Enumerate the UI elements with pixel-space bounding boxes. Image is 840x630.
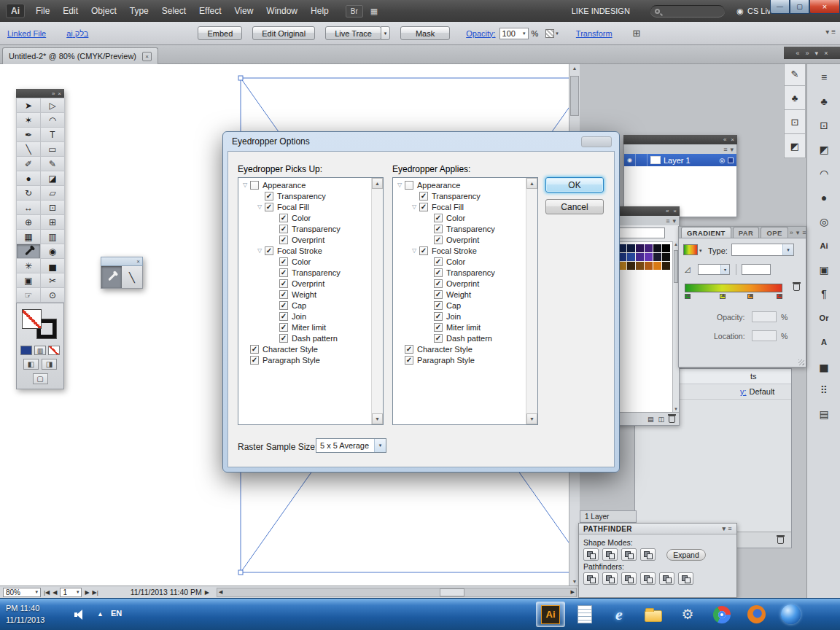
tree-item-miter-limit[interactable]: ✓Miter limit <box>394 322 524 332</box>
visibility-toggle[interactable]: ◉ <box>624 154 636 166</box>
tree-item-character-style[interactable]: ✓Character Style <box>394 343 524 354</box>
checkbox[interactable]: ✓ <box>419 203 428 211</box>
chevron-down-icon[interactable]: ▾ <box>730 146 734 153</box>
tree-item-weight[interactable]: ✓Weight <box>240 289 370 300</box>
screen-mode-button[interactable]: ▢ <box>33 373 48 384</box>
zoom-level-select[interactable]: 80% ▾ <box>3 588 41 597</box>
expander-icon[interactable]: ▽ <box>254 203 265 210</box>
rectangle-tool[interactable]: ▭ <box>40 141 65 157</box>
links-panel-icon[interactable]: ▤ <box>807 402 840 426</box>
tree-item-color[interactable]: ✓Color <box>394 256 524 267</box>
menu-item-type[interactable]: Type <box>123 0 155 22</box>
list-scrollbar[interactable]: ▲ ▼ <box>371 178 383 424</box>
symbols-panel-icon[interactable]: ♣ <box>807 89 840 113</box>
eyedropper-applies-list[interactable]: ▽Appearance✓Transparency▽✓Focal Fill✓Col… <box>392 177 538 425</box>
scroll-down-icon[interactable]: ▼ <box>674 407 678 411</box>
shape-mode-minus-front-button[interactable] <box>602 548 618 561</box>
checkbox[interactable]: ✓ <box>265 192 273 201</box>
tree-item-overprint[interactable]: ✓Overprint <box>240 234 370 245</box>
gradient-stop[interactable] <box>685 294 691 299</box>
swatch[interactable] <box>662 244 670 252</box>
scroll-left-icon[interactable]: ◀ <box>219 589 222 595</box>
layers-tab-strip[interactable]: ≡ ▾ <box>623 144 737 154</box>
swatch[interactable] <box>645 244 653 252</box>
checkbox[interactable]: ✓ <box>279 214 288 222</box>
scroll-down-icon[interactable]: ▼ <box>372 413 383 424</box>
taskbar-item-notepad[interactable] <box>570 602 599 627</box>
menu-item-file[interactable]: File <box>29 0 56 22</box>
scroll-up-icon[interactable]: ▲ <box>569 66 580 71</box>
none-button[interactable] <box>48 346 60 355</box>
tree-item-color[interactable]: ✓Color <box>240 256 370 267</box>
expand-right-icon[interactable]: » <box>790 229 793 236</box>
character-panel-icon[interactable]: A <box>807 330 840 354</box>
embed-button[interactable]: Embed <box>198 26 242 40</box>
paintbrush-tool[interactable]: ✐ <box>16 156 41 171</box>
gradient-opacity-field[interactable] <box>752 311 777 322</box>
menu-item-edit[interactable]: Edit <box>56 0 85 22</box>
dock-collapse-header[interactable]: « » ▾ × <box>784 47 840 59</box>
transform-panel-icon[interactable]: ◩ <box>807 137 840 161</box>
first-page-button[interactable]: |◀ <box>44 589 50 596</box>
checkbox[interactable]: ✓ <box>279 279 288 288</box>
new-swatch-icon[interactable]: ◫ <box>658 416 664 423</box>
rotate-tool[interactable]: ↻ <box>16 185 41 201</box>
filename-link[interactable]: בלק.ai <box>66 29 88 38</box>
checkbox[interactable]: ✓ <box>250 345 259 354</box>
checkbox[interactable]: ✓ <box>434 257 443 266</box>
tree-item-cap[interactable]: ✓Cap <box>394 300 524 311</box>
expand-right-icon[interactable]: » <box>806 50 809 57</box>
gradient-location-field[interactable] <box>752 330 777 341</box>
swatches-panel-icon[interactable]: ⠿ <box>807 378 840 402</box>
swatch[interactable] <box>636 244 644 252</box>
ok-button[interactable]: OK <box>545 177 604 192</box>
tree-item-paragraph-style[interactable]: ✓Paragraph Style <box>394 354 524 365</box>
expander-icon[interactable]: ▽ <box>409 247 419 254</box>
tree-item-focal-stroke[interactable]: ▽✓Focal Stroke <box>240 245 370 256</box>
pathfinder-outline-button[interactable] <box>659 572 674 585</box>
bridge-button[interactable]: Br <box>346 5 363 18</box>
tab-gradient[interactable]: GRADIENT <box>681 227 731 238</box>
shape-builder-tool[interactable]: ⊕ <box>16 214 41 230</box>
gradient-stop[interactable] <box>720 294 726 299</box>
swatch[interactable] <box>636 253 644 261</box>
direct-selection-tool[interactable]: ▷ <box>40 98 65 113</box>
show-swatch-kinds-icon[interactable]: ▤ <box>648 416 654 423</box>
frame-icon[interactable]: ⊡ <box>784 109 806 134</box>
chevron-down-icon[interactable]: ▾ <box>796 229 800 236</box>
checkbox[interactable]: ✓ <box>405 356 413 365</box>
raster-sample-size-select[interactable]: 5 x 5 Average ▾ <box>316 438 386 453</box>
width-tool[interactable]: ↔ <box>16 200 41 215</box>
checkbox[interactable]: ✓ <box>265 203 273 211</box>
chevron-down-icon[interactable]: ▾ <box>722 525 726 532</box>
scroll-right-icon[interactable]: ▶ <box>571 589 575 595</box>
column-graph-tool[interactable]: ▅ <box>40 258 65 273</box>
gradient-stop[interactable] <box>777 294 782 299</box>
status-menu-button[interactable]: ▶ <box>205 589 209 596</box>
line-segment-tool[interactable]: ╲ <box>16 141 41 157</box>
taskbar-item-folder[interactable] <box>639 602 668 627</box>
swatch[interactable] <box>645 253 653 261</box>
lock-toggle[interactable] <box>636 154 648 166</box>
artboard-tool[interactable]: ▣ <box>16 273 41 288</box>
shape-mode-unite-button[interactable] <box>583 548 599 561</box>
cancel-button[interactable]: Cancel <box>545 199 604 214</box>
reverse-gradient-icon[interactable]: ◿ <box>685 265 691 273</box>
lasso-tool[interactable]: ◠ <box>40 112 65 128</box>
expander-icon[interactable]: ▽ <box>240 182 250 188</box>
pencil-icon[interactable]: ✎ <box>784 61 806 86</box>
close-icon[interactable]: × <box>824 50 828 57</box>
swatch[interactable] <box>627 262 635 270</box>
swatch[interactable] <box>653 253 661 261</box>
blend-tool[interactable]: ◉ <box>40 244 65 259</box>
tearoff-header[interactable]: × <box>101 257 143 266</box>
delete-stop-icon[interactable] <box>793 284 800 291</box>
paragraph-panel-icon[interactable]: ¶ <box>807 281 840 306</box>
scroll-up-icon[interactable]: ▲ <box>526 178 537 189</box>
illustrator-brand-icon[interactable]: Ai <box>807 233 840 257</box>
swatch[interactable] <box>636 262 644 270</box>
language-indicator[interactable]: EN <box>111 609 122 618</box>
checkbox[interactable]: ✓ <box>434 279 443 288</box>
next-page-button[interactable]: ▶ <box>85 589 89 596</box>
tree-item-paragraph-style[interactable]: ✓Paragraph Style <box>240 354 370 365</box>
